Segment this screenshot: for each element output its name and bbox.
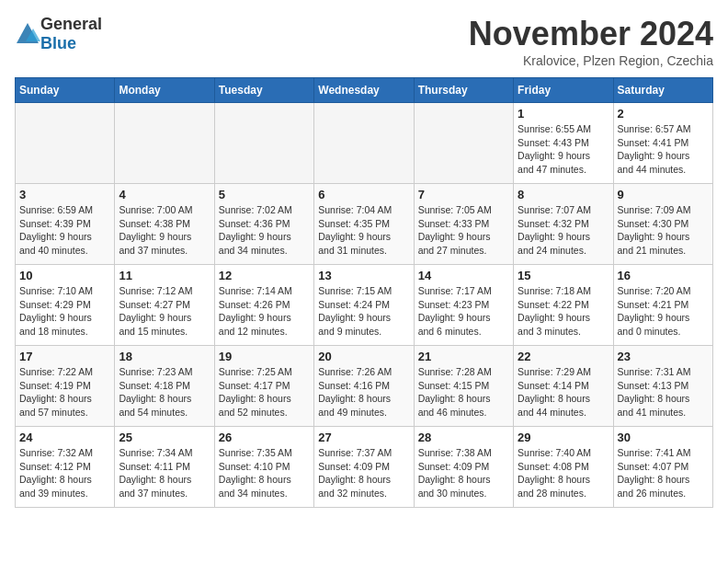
day-info: Sunrise: 7:20 AM Sunset: 4:21 PM Dayligh… [618, 284, 709, 339]
day-number: 27 [318, 431, 409, 444]
calendar-cell: 21Sunrise: 7:28 AM Sunset: 4:15 PM Dayli… [414, 346, 513, 427]
calendar-cell: 24Sunrise: 7:32 AM Sunset: 4:12 PM Dayli… [16, 427, 115, 508]
header-monday: Monday [115, 78, 214, 103]
day-number: 20 [318, 350, 409, 363]
calendar-cell [214, 103, 313, 184]
day-info: Sunrise: 7:14 AM Sunset: 4:26 PM Dayligh… [219, 284, 310, 339]
calendar-cell: 14Sunrise: 7:17 AM Sunset: 4:23 PM Dayli… [414, 265, 513, 346]
day-number: 14 [418, 269, 509, 282]
calendar-week-5: 24Sunrise: 7:32 AM Sunset: 4:12 PM Dayli… [16, 427, 713, 508]
calendar-cell: 20Sunrise: 7:26 AM Sunset: 4:16 PM Dayli… [314, 346, 414, 427]
calendar-cell: 15Sunrise: 7:18 AM Sunset: 4:22 PM Dayli… [514, 265, 613, 346]
calendar-cell: 18Sunrise: 7:23 AM Sunset: 4:18 PM Dayli… [115, 346, 214, 427]
day-number: 28 [418, 431, 509, 444]
day-info: Sunrise: 7:00 AM Sunset: 4:38 PM Dayligh… [119, 203, 210, 258]
day-number: 24 [19, 431, 110, 444]
calendar-cell [414, 103, 513, 184]
calendar-cell: 5Sunrise: 7:02 AM Sunset: 4:36 PM Daylig… [214, 184, 313, 265]
day-info: Sunrise: 7:35 AM Sunset: 4:10 PM Dayligh… [219, 446, 310, 500]
day-info: Sunrise: 7:25 AM Sunset: 4:17 PM Dayligh… [219, 365, 310, 419]
day-number: 5 [219, 188, 310, 201]
location-subtitle: Kralovice, Plzen Region, Czechia [469, 53, 713, 68]
day-number: 17 [19, 350, 110, 363]
logo-blue: Blue [40, 34, 76, 52]
day-info: Sunrise: 7:28 AM Sunset: 4:15 PM Dayligh… [418, 365, 509, 419]
day-info: Sunrise: 7:18 AM Sunset: 4:22 PM Dayligh… [518, 284, 609, 339]
calendar-cell: 10Sunrise: 7:10 AM Sunset: 4:29 PM Dayli… [16, 265, 115, 346]
calendar-cell: 7Sunrise: 7:05 AM Sunset: 4:33 PM Daylig… [414, 184, 513, 265]
calendar-cell: 4Sunrise: 7:00 AM Sunset: 4:38 PM Daylig… [115, 184, 214, 265]
calendar-cell: 19Sunrise: 7:25 AM Sunset: 4:17 PM Dayli… [214, 346, 313, 427]
calendar-cell: 13Sunrise: 7:15 AM Sunset: 4:24 PM Dayli… [314, 265, 414, 346]
calendar-cell: 27Sunrise: 7:37 AM Sunset: 4:09 PM Dayli… [314, 427, 414, 508]
calendar-header-row: Sunday Monday Tuesday Wednesday Thursday… [16, 78, 713, 103]
day-number: 16 [618, 269, 709, 282]
day-number: 4 [119, 188, 210, 201]
day-info: Sunrise: 7:26 AM Sunset: 4:16 PM Dayligh… [318, 365, 409, 419]
calendar-cell [16, 103, 115, 184]
day-info: Sunrise: 7:07 AM Sunset: 4:32 PM Dayligh… [518, 203, 609, 258]
calendar-cell: 1Sunrise: 6:55 AM Sunset: 4:43 PM Daylig… [514, 103, 613, 184]
day-info: Sunrise: 7:40 AM Sunset: 4:08 PM Dayligh… [518, 446, 609, 500]
day-info: Sunrise: 7:09 AM Sunset: 4:30 PM Dayligh… [618, 203, 709, 258]
calendar-cell: 25Sunrise: 7:34 AM Sunset: 4:11 PM Dayli… [115, 427, 214, 508]
calendar-week-1: 1Sunrise: 6:55 AM Sunset: 4:43 PM Daylig… [16, 103, 713, 184]
day-number: 12 [219, 269, 310, 282]
logo-icon [15, 21, 40, 47]
day-info: Sunrise: 7:38 AM Sunset: 4:09 PM Dayligh… [418, 446, 509, 500]
day-info: Sunrise: 7:12 AM Sunset: 4:27 PM Dayligh… [119, 284, 210, 339]
page-header: General Blue November 2024 Kralovice, Pl… [15, 15, 713, 68]
header-sunday: Sunday [16, 78, 115, 103]
month-year-title: November 2024 [469, 15, 713, 53]
calendar-cell: 11Sunrise: 7:12 AM Sunset: 4:27 PM Dayli… [115, 265, 214, 346]
calendar-table: Sunday Monday Tuesday Wednesday Thursday… [15, 77, 713, 508]
day-number: 6 [318, 188, 409, 201]
day-number: 29 [518, 431, 609, 444]
day-info: Sunrise: 7:23 AM Sunset: 4:18 PM Dayligh… [119, 365, 210, 419]
day-info: Sunrise: 7:17 AM Sunset: 4:23 PM Dayligh… [418, 284, 509, 339]
calendar-cell [314, 103, 414, 184]
day-info: Sunrise: 6:57 AM Sunset: 4:41 PM Dayligh… [618, 122, 709, 177]
day-number: 21 [418, 350, 509, 363]
day-number: 10 [19, 269, 110, 282]
header-wednesday: Wednesday [314, 78, 414, 103]
header-tuesday: Tuesday [214, 78, 313, 103]
day-number: 25 [119, 431, 210, 444]
calendar-cell: 2Sunrise: 6:57 AM Sunset: 4:41 PM Daylig… [613, 103, 712, 184]
day-number: 7 [418, 188, 509, 201]
title-section: November 2024 Kralovice, Plzen Region, C… [469, 15, 713, 68]
calendar-cell: 17Sunrise: 7:22 AM Sunset: 4:19 PM Dayli… [16, 346, 115, 427]
day-number: 18 [119, 350, 210, 363]
calendar-cell: 23Sunrise: 7:31 AM Sunset: 4:13 PM Dayli… [613, 346, 712, 427]
calendar-cell: 3Sunrise: 6:59 AM Sunset: 4:39 PM Daylig… [16, 184, 115, 265]
header-thursday: Thursday [414, 78, 513, 103]
calendar-week-2: 3Sunrise: 6:59 AM Sunset: 4:39 PM Daylig… [16, 184, 713, 265]
calendar-cell: 26Sunrise: 7:35 AM Sunset: 4:10 PM Dayli… [214, 427, 313, 508]
day-info: Sunrise: 7:15 AM Sunset: 4:24 PM Dayligh… [318, 284, 409, 339]
day-info: Sunrise: 7:31 AM Sunset: 4:13 PM Dayligh… [618, 365, 709, 419]
calendar-cell: 30Sunrise: 7:41 AM Sunset: 4:07 PM Dayli… [613, 427, 712, 508]
day-info: Sunrise: 7:04 AM Sunset: 4:35 PM Dayligh… [318, 203, 409, 258]
calendar-week-3: 10Sunrise: 7:10 AM Sunset: 4:29 PM Dayli… [16, 265, 713, 346]
calendar-cell: 16Sunrise: 7:20 AM Sunset: 4:21 PM Dayli… [613, 265, 712, 346]
day-number: 11 [119, 269, 210, 282]
day-number: 26 [219, 431, 310, 444]
day-info: Sunrise: 6:59 AM Sunset: 4:39 PM Dayligh… [19, 203, 110, 258]
header-saturday: Saturday [613, 78, 712, 103]
day-number: 30 [618, 431, 709, 444]
day-info: Sunrise: 7:34 AM Sunset: 4:11 PM Dayligh… [119, 446, 210, 500]
header-friday: Friday [514, 78, 613, 103]
calendar-cell: 22Sunrise: 7:29 AM Sunset: 4:14 PM Dayli… [514, 346, 613, 427]
calendar-cell: 28Sunrise: 7:38 AM Sunset: 4:09 PM Dayli… [414, 427, 513, 508]
calendar-cell: 12Sunrise: 7:14 AM Sunset: 4:26 PM Dayli… [214, 265, 313, 346]
calendar-cell: 6Sunrise: 7:04 AM Sunset: 4:35 PM Daylig… [314, 184, 414, 265]
day-info: Sunrise: 7:05 AM Sunset: 4:33 PM Dayligh… [418, 203, 509, 258]
logo: General Blue [15, 15, 102, 53]
day-info: Sunrise: 7:29 AM Sunset: 4:14 PM Dayligh… [518, 365, 609, 419]
calendar-cell: 9Sunrise: 7:09 AM Sunset: 4:30 PM Daylig… [613, 184, 712, 265]
day-info: Sunrise: 6:55 AM Sunset: 4:43 PM Dayligh… [518, 122, 609, 177]
calendar-cell: 8Sunrise: 7:07 AM Sunset: 4:32 PM Daylig… [514, 184, 613, 265]
day-info: Sunrise: 7:32 AM Sunset: 4:12 PM Dayligh… [19, 446, 110, 500]
day-number: 2 [618, 107, 709, 121]
day-number: 8 [518, 188, 609, 201]
